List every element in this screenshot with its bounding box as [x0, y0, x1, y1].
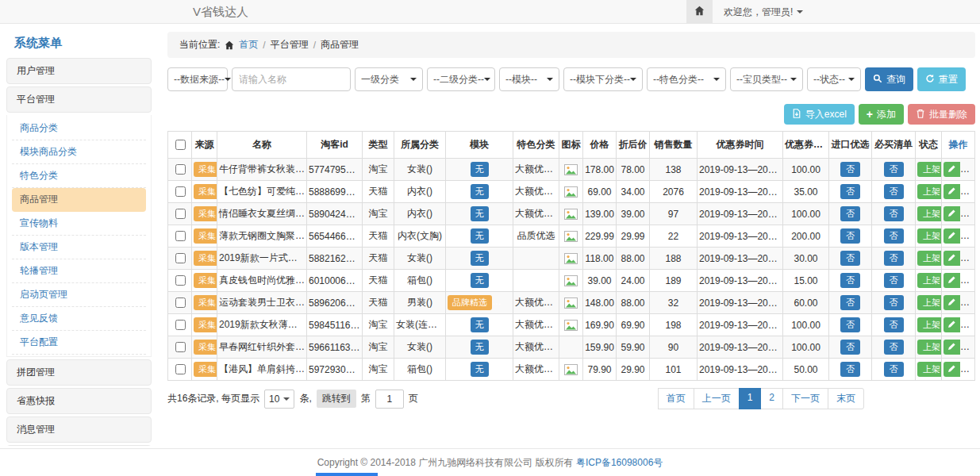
row-checkbox[interactable]: [175, 364, 186, 374]
must-buy-toggle[interactable]: 否: [884, 162, 904, 177]
must-buy-toggle[interactable]: 否: [884, 251, 904, 266]
sales-cell: 32: [650, 292, 698, 314]
sidebar-submenu-item[interactable]: 版本管理: [12, 236, 146, 259]
status-button[interactable]: 上架: [917, 273, 942, 288]
row-checkbox[interactable]: [175, 320, 186, 330]
import-select-toggle[interactable]: 否: [840, 184, 860, 199]
must-buy-toggle[interactable]: 否: [884, 340, 904, 355]
sales-cell: 22: [650, 225, 698, 248]
sidebar-submenu-item[interactable]: 宣传物料: [12, 212, 146, 236]
jump-page-input[interactable]: [375, 390, 404, 409]
sidebar-menu-item[interactable]: 省惠快报: [6, 388, 152, 414]
sidebar-submenu-item[interactable]: 商品分类: [12, 117, 146, 140]
import-select-toggle[interactable]: 否: [840, 251, 860, 266]
sidebar-submenu-item[interactable]: 启动页管理: [12, 283, 146, 307]
page-button[interactable]: 首页: [658, 388, 694, 409]
user-menu[interactable]: 欢迎您，管理员!: [724, 6, 803, 19]
per-page-select[interactable]: 10: [264, 390, 294, 409]
must-buy-toggle[interactable]: 否: [884, 184, 904, 199]
sidebar-submenu-item[interactable]: 商品管理: [12, 188, 146, 212]
status-button[interactable]: 上架: [917, 251, 942, 266]
batch-delete-button[interactable]: 批量删除: [908, 104, 975, 125]
page-button[interactable]: 末页: [828, 388, 864, 409]
import-select-toggle[interactable]: 否: [840, 295, 860, 310]
import-select-toggle[interactable]: 否: [840, 206, 860, 221]
row-checkbox[interactable]: [175, 342, 186, 352]
filter-select[interactable]: --特色分类--: [647, 67, 726, 91]
page-button[interactable]: 上一页: [694, 388, 740, 409]
page-button[interactable]: 下一页: [782, 388, 828, 409]
sidebar-submenu-item[interactable]: 意见反馈: [12, 307, 146, 331]
must-buy-toggle[interactable]: 否: [884, 206, 904, 221]
import-select-toggle[interactable]: 否: [840, 273, 860, 288]
page-button[interactable]: 1: [739, 388, 762, 409]
sidebar-menu-item[interactable]: 用户管理: [6, 58, 152, 84]
sidebar-submenu-item[interactable]: 平台配置: [12, 331, 146, 355]
row-checkbox[interactable]: [175, 298, 186, 308]
row-checkbox[interactable]: [175, 231, 186, 241]
must-buy-toggle[interactable]: 否: [884, 317, 904, 332]
breadcrumb-home-link[interactable]: 首页: [239, 38, 258, 52]
filter-select[interactable]: --二级分类--: [427, 67, 495, 91]
row-checkbox[interactable]: [175, 275, 186, 286]
data-source-select[interactable]: --数据来源--: [167, 67, 228, 91]
sidebar-menu-item[interactable]: 拼团管理: [6, 359, 152, 386]
filter-select[interactable]: --状态--: [807, 67, 861, 91]
status-button[interactable]: 上架: [917, 295, 942, 310]
add-button[interactable]: + 添加: [859, 104, 904, 125]
import-select-toggle[interactable]: 否: [840, 340, 860, 355]
status-button[interactable]: 上架: [917, 162, 942, 177]
sidebar-submenu-item[interactable]: 模块商品分类: [12, 140, 146, 164]
sidebar-menu-item[interactable]: 平台管理: [6, 86, 152, 113]
home-button[interactable]: [686, 0, 713, 24]
must-buy-toggle[interactable]: 否: [884, 273, 904, 288]
select-all-checkbox[interactable]: [175, 140, 186, 150]
sidebar-menu-item[interactable]: 消息管理: [6, 416, 152, 443]
filter-select[interactable]: --宝贝类型--: [730, 67, 803, 91]
import-select-toggle[interactable]: 否: [840, 317, 860, 332]
status-button[interactable]: 上架: [917, 340, 942, 355]
row-checkbox[interactable]: [175, 209, 186, 219]
name-search-input[interactable]: [232, 67, 351, 91]
row-checkbox[interactable]: [175, 186, 186, 197]
status-button[interactable]: 上架: [917, 362, 942, 377]
must-buy-toggle[interactable]: 否: [884, 295, 904, 310]
page-button[interactable]: 2: [760, 388, 783, 409]
edit-button[interactable]: [943, 340, 960, 355]
must-buy-toggle[interactable]: 否: [884, 228, 904, 244]
import-select-cell: 否: [829, 225, 872, 248]
edit-button[interactable]: [943, 206, 960, 221]
sidebar-menu-item[interactable]: 订单管理: [6, 445, 152, 446]
sidebar-submenu-item[interactable]: 轮播管理: [12, 259, 146, 283]
status-button[interactable]: 上架: [917, 317, 942, 332]
edit-button[interactable]: [943, 251, 960, 266]
import-excel-button[interactable]: 导入excel: [784, 104, 855, 125]
jump-button[interactable]: 跳转到: [317, 390, 356, 408]
import-select-toggle[interactable]: 否: [840, 228, 860, 244]
status-button[interactable]: 上架: [917, 206, 942, 221]
edit-button[interactable]: [943, 362, 960, 377]
must-buy-toggle[interactable]: 否: [884, 362, 904, 377]
import-select-toggle[interactable]: 否: [840, 162, 860, 177]
edit-button[interactable]: [943, 295, 960, 310]
edit-button[interactable]: [943, 162, 960, 177]
filter-select[interactable]: --模块下分类--: [563, 67, 643, 91]
icp-link[interactable]: 粤ICP备16098006号: [576, 456, 663, 470]
row-checkbox[interactable]: [175, 253, 186, 263]
import-select-toggle[interactable]: 否: [840, 362, 860, 377]
row-checkbox[interactable]: [175, 164, 186, 175]
edit-button[interactable]: [943, 228, 960, 244]
sidebar-submenu-item[interactable]: 特色分类: [12, 164, 146, 188]
table-row: 采集 薄款无钢圈文胸聚拢性... 565446685867 天猫 内衣(文胸) …: [168, 225, 975, 248]
edit-button[interactable]: [943, 273, 960, 288]
search-button[interactable]: 查询: [865, 67, 913, 91]
edit-button[interactable]: [943, 317, 960, 332]
filter-select[interactable]: --模块--: [499, 67, 559, 91]
filter-select[interactable]: 一级分类: [355, 67, 423, 91]
row-select-cell: [168, 359, 192, 381]
must-buy-cell: 否: [872, 225, 916, 248]
status-button[interactable]: 上架: [917, 184, 942, 199]
status-button[interactable]: 上架: [917, 228, 942, 244]
edit-button[interactable]: [943, 184, 960, 199]
reset-button[interactable]: 重置: [917, 67, 966, 91]
